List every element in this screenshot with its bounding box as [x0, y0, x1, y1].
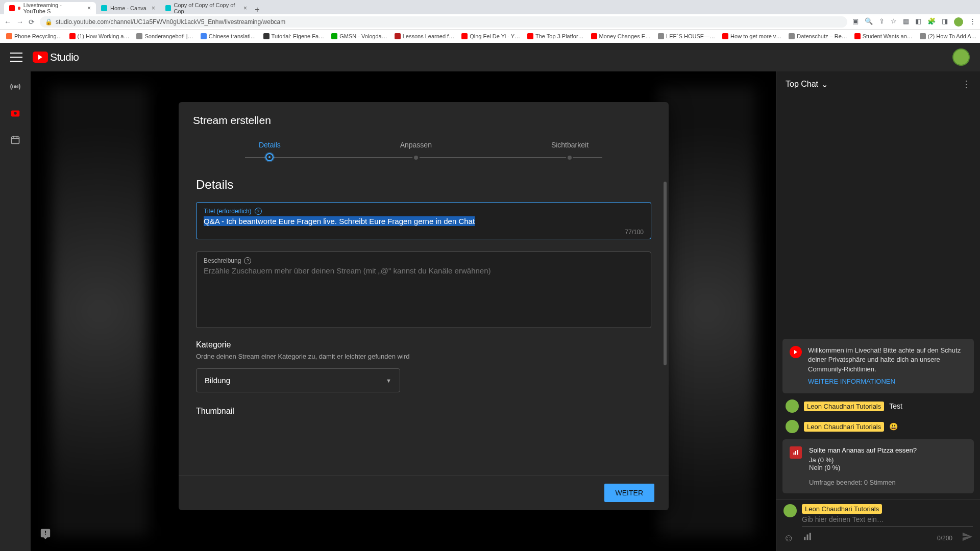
field-label-text: Beschreibung [204, 257, 241, 264]
browser-tab[interactable]: Home - Canva × [96, 2, 160, 14]
forward-button[interactable]: → [16, 18, 23, 26]
bookmark[interactable]: Phone Recycling… [4, 33, 64, 39]
bookmark-favicon [201, 33, 207, 39]
ext-icon[interactable]: ◧ [915, 17, 921, 27]
bookmark[interactable]: (2) How To Add A… [918, 33, 979, 39]
section-heading: Details [196, 178, 651, 192]
browser-tab-active[interactable]: Livestreaming - YouTube S × [4, 2, 96, 14]
blurred-preview [51, 87, 148, 536]
svg-rect-7 [804, 537, 806, 540]
author-chip[interactable]: Leon Chaudhari Tutorials [804, 422, 884, 432]
bookmark[interactable]: Chinese translati… [199, 33, 258, 39]
bookmark[interactable]: Money Changes E… [589, 33, 653, 39]
svg-rect-9 [810, 533, 811, 540]
title-field[interactable]: Titel (erforderlich) ? Q&A - Ich beantwo… [196, 202, 651, 239]
camera-icon[interactable]: ▣ [852, 17, 859, 27]
svg-point-2 [14, 112, 17, 115]
modal-title: Stream erstellen [179, 102, 669, 133]
title-input[interactable]: Q&A - Ich beantworte Eure Fragen live. S… [204, 215, 644, 228]
ext-icon[interactable]: ▦ [903, 17, 909, 27]
bookmark[interactable]: LEE´S HOUSE—… [656, 33, 717, 39]
bookmark[interactable]: (1) How Working a… [67, 33, 132, 39]
chat-more-icon[interactable]: ⋮ [962, 79, 971, 90]
next-button[interactable]: WEITER [604, 484, 654, 502]
close-icon[interactable]: × [87, 5, 91, 12]
category-select[interactable]: Bildung ▼ [196, 368, 400, 392]
emoji-picker-icon[interactable]: ☺ [783, 532, 794, 544]
description-field[interactable]: Beschreibung ? Erzähle Zuschauern mehr ü… [196, 252, 651, 328]
bookmark-favicon [6, 33, 12, 39]
bookmark[interactable]: GMSN - Vologda… [329, 33, 389, 39]
bookmark-favicon [591, 33, 597, 39]
stream-icon[interactable] [8, 80, 22, 94]
help-icon[interactable]: ? [244, 257, 251, 264]
bookmark[interactable]: How to get more v… [720, 33, 783, 39]
svg-rect-5 [795, 451, 796, 455]
scrollbar[interactable] [664, 182, 667, 365]
reload-button[interactable]: ⟳ [29, 18, 35, 26]
bookmark-favicon [527, 33, 533, 39]
more-info-link[interactable]: WEITERE INFORMATIONEN [808, 377, 967, 386]
bookmark-favicon [658, 33, 664, 39]
webcam-icon[interactable] [8, 106, 22, 120]
feedback-icon[interactable] [40, 528, 51, 542]
bookmark-favicon [69, 33, 76, 39]
youtube-badge-icon [790, 346, 802, 358]
bookmark[interactable]: The Top 3 Platfor… [525, 33, 586, 39]
step-customize[interactable]: Anpassen [400, 141, 432, 161]
description-placeholder: Erzähle Zuschauern mehr über deinen Stre… [204, 264, 644, 275]
back-button[interactable]: ← [4, 18, 11, 26]
bookmarks-bar: Phone Recycling… (1) How Working a… Sond… [0, 30, 980, 43]
bookmark[interactable]: Datenschutz – Re… [787, 33, 849, 39]
chat-char-counter: 0/200 [937, 535, 952, 542]
menu-icon[interactable]: ⋮ [969, 17, 976, 27]
bookmark-favicon [395, 33, 401, 39]
extensions-icon[interactable]: 🧩 [927, 17, 936, 27]
youtube-studio-logo[interactable]: Studio [33, 51, 79, 63]
close-icon[interactable]: × [243, 5, 247, 12]
chat-panel: Top Chat ⌄ ⋮ Willkommen im Livechat! Bit… [776, 71, 980, 551]
poll-icon[interactable] [803, 532, 812, 544]
star-icon[interactable]: ☆ [891, 17, 897, 27]
address-bar[interactable]: 🔒 studio.youtube.com/channel/UC1a5FWVn0g… [40, 16, 847, 28]
bookmark[interactable]: Student Wants an… [852, 33, 915, 39]
profile-avatar[interactable] [954, 17, 963, 27]
chat-input[interactable]: Gib hier deinen Text ein… [802, 515, 973, 523]
tab-favicon [101, 5, 107, 11]
author-chip[interactable]: Leon Chaudhari Tutorials [804, 402, 884, 411]
step-visibility[interactable]: Sichtbarkeit [551, 141, 589, 161]
hamburger-menu-icon[interactable] [10, 51, 22, 63]
zoom-icon[interactable]: 🔍 [865, 17, 873, 27]
bookmark[interactable]: Lessons Learned f… [393, 33, 457, 39]
help-icon[interactable]: ? [255, 208, 262, 215]
message-text: Test [889, 402, 902, 410]
message-avatar[interactable] [786, 420, 799, 433]
chat-filter-dropdown[interactable]: Top Chat ⌄ [786, 80, 828, 89]
calendar-icon[interactable] [8, 133, 22, 147]
close-icon[interactable]: × [152, 5, 155, 12]
category-heading: Kategorie [196, 340, 651, 349]
new-tab-button[interactable]: + [252, 5, 262, 14]
bookmark[interactable]: Tutorial: Eigene Fa… [261, 33, 327, 39]
tab-strip: Livestreaming - YouTube S × Home - Canva… [0, 0, 980, 14]
welcome-text: Willkommen im Livechat! Bitte achte auf … [808, 346, 967, 374]
chevron-down-icon: ⌄ [821, 80, 828, 89]
poll-card: Sollte man Ananas auf Pizza essen? Ja (0… [782, 439, 974, 493]
sidepanel-icon[interactable]: ◨ [942, 17, 948, 27]
step-details[interactable]: Details [259, 141, 281, 161]
tab-favicon [9, 5, 15, 11]
user-avatar[interactable] [952, 48, 970, 66]
share-icon[interactable]: ⇪ [879, 17, 885, 27]
youtube-play-icon [33, 52, 48, 63]
message-avatar[interactable] [786, 399, 799, 413]
chat-welcome-card: Willkommen im Livechat! Bitte achte auf … [782, 339, 974, 393]
send-icon[interactable] [962, 531, 973, 545]
bookmark[interactable]: Qing Fei De Yi - Y… [459, 33, 522, 39]
poll-ended-text: Umfrage beendet: 0 Stimmen [809, 479, 967, 486]
browser-tab[interactable]: Copy of Copy of Copy of Cop × [160, 2, 252, 14]
bookmark[interactable]: Sonderangebot! |… [134, 33, 195, 39]
chat-message: Leon Chaudhari Tutorials Test [782, 398, 974, 414]
bookmark-favicon [136, 33, 142, 39]
user-avatar[interactable] [783, 504, 797, 517]
tab-title: Copy of Copy of Copy of Cop [174, 2, 238, 14]
